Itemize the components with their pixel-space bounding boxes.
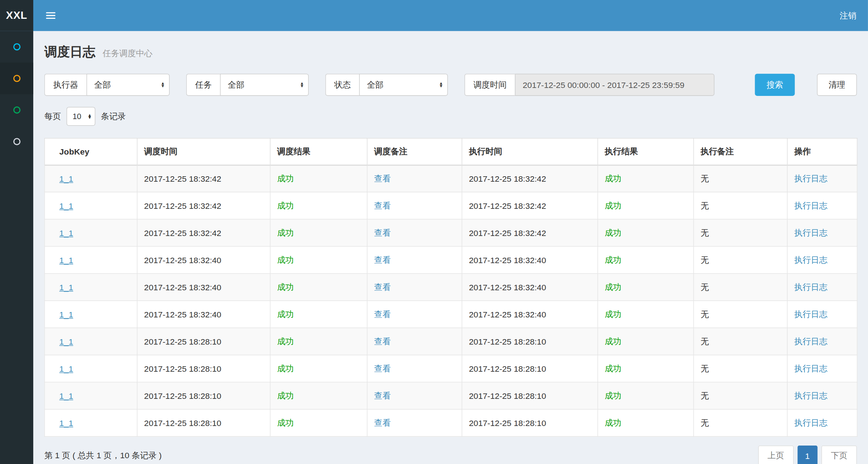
search-button[interactable]: 搜索 (755, 74, 795, 96)
exec-log-link[interactable]: 执行日志 (794, 336, 827, 346)
table-row: 1_12017-12-25 18:28:10成功查看2017-12-25 18:… (45, 382, 857, 409)
trigger-msg-link[interactable]: 查看 (374, 255, 391, 264)
trigger-msg-link[interactable]: 查看 (374, 336, 391, 346)
current-page-button[interactable]: 1 (797, 446, 818, 464)
select-arrows-icon: ▴▾ (161, 82, 164, 88)
handle-msg-cell: 无 (700, 173, 709, 183)
exec-log-link[interactable]: 执行日志 (794, 309, 827, 319)
handle-msg-cell: 无 (700, 336, 709, 346)
handle-result-text: 成功 (605, 309, 621, 319)
handle-time-cell: 2017-12-25 18:32:40 (469, 309, 546, 319)
job-key-link[interactable]: 1_1 (59, 228, 73, 237)
status-filter-label: 状态 (325, 74, 359, 96)
handle-time-cell: 2017-12-25 18:32:42 (469, 201, 546, 210)
trigger-msg-link[interactable]: 查看 (374, 201, 391, 210)
handle-time-cell: 2017-12-25 18:28:10 (469, 337, 546, 346)
clear-button[interactable]: 清理 (817, 74, 857, 96)
circle-icon (13, 43, 20, 50)
trigger-msg-link[interactable]: 查看 (374, 418, 391, 427)
handle-time-cell: 2017-12-25 18:28:10 (469, 391, 546, 400)
trigger-msg-link[interactable]: 查看 (374, 282, 391, 291)
handle-result-text: 成功 (605, 228, 621, 237)
sidebar-item-3[interactable] (0, 94, 33, 126)
handle-msg-cell: 无 (700, 363, 709, 373)
job-key-link[interactable]: 1_1 (59, 391, 73, 400)
exec-log-link[interactable]: 执行日志 (794, 418, 827, 427)
job-key-link[interactable]: 1_1 (59, 418, 73, 427)
status-filter-group: 状态 全部 ▴▾ (325, 74, 448, 96)
col-header-jobkey: JobKey (45, 138, 137, 165)
executor-filter-group: 执行器 全部 ▴▾ (44, 74, 169, 96)
sidebar-item-4[interactable] (0, 126, 33, 157)
job-key-link[interactable]: 1_1 (59, 309, 73, 319)
trigger-time-cell: 2017-12-25 18:32:42 (144, 228, 221, 237)
table-row: 1_12017-12-25 18:32:42成功查看2017-12-25 18:… (45, 219, 857, 246)
exec-log-link[interactable]: 执行日志 (794, 201, 827, 210)
exec-log-link[interactable]: 执行日志 (794, 363, 827, 373)
prev-page-button[interactable]: 上页 (758, 446, 793, 464)
handle-time-cell: 2017-12-25 18:32:42 (469, 174, 546, 183)
handle-time-cell: 2017-12-25 18:32:40 (469, 255, 546, 265)
handle-time-cell: 2017-12-25 18:32:42 (469, 228, 546, 237)
trigger-result-text: 成功 (277, 309, 294, 319)
table-row: 1_12017-12-25 18:28:10成功查看2017-12-25 18:… (45, 409, 857, 436)
trigger-result-text: 成功 (277, 391, 294, 400)
circle-icon (13, 138, 20, 145)
next-page-button[interactable]: 下页 (821, 446, 857, 464)
select-arrows-icon: ▴▾ (301, 82, 303, 88)
handle-result-text: 成功 (605, 201, 621, 210)
handle-result-text: 成功 (605, 418, 621, 427)
job-key-link[interactable]: 1_1 (59, 282, 73, 292)
col-header-handle-time: 执行时间 (462, 138, 598, 165)
handle-result-text: 成功 (605, 282, 621, 291)
trigger-time-cell: 2017-12-25 18:28:10 (144, 418, 221, 427)
col-header-handle-msg: 执行备注 (694, 138, 787, 165)
trigger-result-text: 成功 (277, 418, 294, 427)
col-header-trigger-result: 调度结果 (270, 138, 367, 165)
exec-log-link[interactable]: 执行日志 (794, 173, 827, 183)
trigger-time-cell: 2017-12-25 18:28:10 (144, 337, 221, 346)
job-key-link[interactable]: 1_1 (59, 201, 73, 210)
logout-link[interactable]: 注销 (828, 0, 868, 31)
trigger-msg-link[interactable]: 查看 (374, 363, 391, 373)
pagination-info: 第 1 页 ( 总共 1 页，10 条记录 ) (44, 450, 161, 461)
job-select[interactable]: 全部 ▴▾ (220, 74, 309, 96)
handle-result-text: 成功 (605, 363, 621, 373)
exec-log-link[interactable]: 执行日志 (794, 255, 827, 264)
job-filter-group: 任务 全部 ▴▾ (186, 74, 308, 96)
exec-log-link[interactable]: 执行日志 (794, 391, 827, 400)
log-table-body: 1_12017-12-25 18:32:42成功查看2017-12-25 18:… (45, 165, 857, 436)
trigger-msg-link[interactable]: 查看 (374, 309, 391, 319)
page-size-control: 每页 10 ▴▾ 条记录 (44, 107, 857, 126)
page-size-prefix: 每页 (44, 111, 61, 122)
table-row: 1_12017-12-25 18:28:10成功查看2017-12-25 18:… (45, 355, 857, 382)
col-header-action: 操作 (787, 138, 857, 165)
job-key-link[interactable]: 1_1 (59, 255, 73, 265)
table-footer: 第 1 页 ( 总共 1 页，10 条记录 ) 上页 1 下页 (44, 446, 857, 464)
trigger-time-cell: 2017-12-25 18:28:10 (144, 364, 221, 373)
trigger-msg-link[interactable]: 查看 (374, 173, 391, 183)
table-row: 1_12017-12-25 18:32:40成功查看2017-12-25 18:… (45, 274, 857, 301)
circle-icon (13, 106, 20, 114)
job-key-link[interactable]: 1_1 (59, 337, 73, 346)
trigger-time-range-input[interactable] (515, 74, 714, 96)
sidebar-item-2[interactable] (0, 63, 33, 94)
trigger-msg-link[interactable]: 查看 (374, 228, 391, 237)
page-size-select[interactable]: 10 ▴▾ (67, 107, 96, 126)
job-key-link[interactable]: 1_1 (59, 364, 73, 373)
status-select[interactable]: 全部 ▴▾ (359, 74, 448, 96)
handle-msg-cell: 无 (700, 418, 709, 427)
trigger-msg-link[interactable]: 查看 (374, 391, 391, 400)
sidebar-toggle-button[interactable] (33, 0, 68, 31)
sidebar (0, 31, 33, 464)
trigger-result-text: 成功 (277, 173, 294, 183)
trigger-time-cell: 2017-12-25 18:32:42 (144, 174, 221, 183)
page-title: 调度日志 (44, 44, 95, 59)
table-row: 1_12017-12-25 18:32:42成功查看2017-12-25 18:… (45, 192, 857, 219)
executor-select[interactable]: 全部 ▴▾ (87, 74, 170, 96)
job-key-link[interactable]: 1_1 (59, 174, 73, 183)
trigger-time-cell: 2017-12-25 18:32:40 (144, 309, 221, 319)
sidebar-item-1[interactable] (0, 31, 33, 63)
exec-log-link[interactable]: 执行日志 (794, 282, 827, 291)
exec-log-link[interactable]: 执行日志 (794, 228, 827, 237)
